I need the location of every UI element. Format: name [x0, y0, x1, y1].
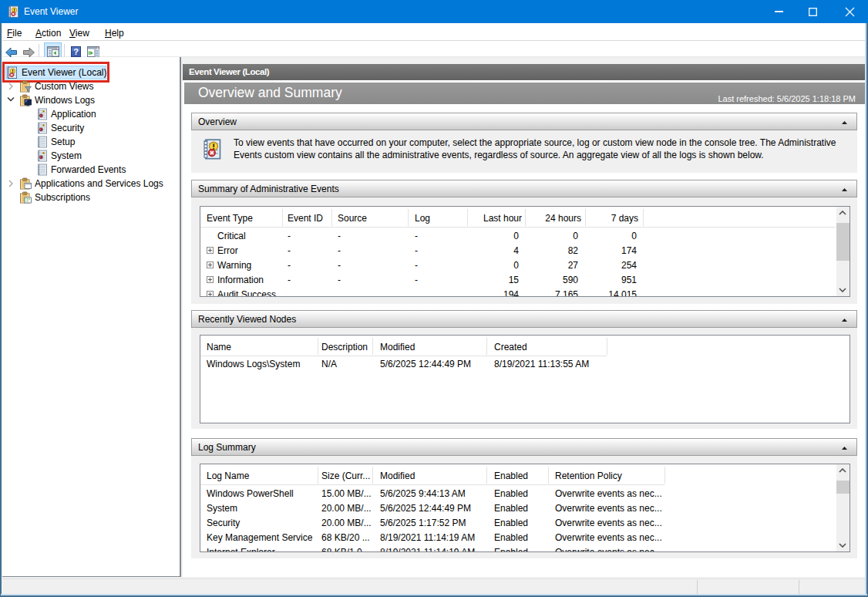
svg-text:?: ?: [73, 47, 79, 56]
